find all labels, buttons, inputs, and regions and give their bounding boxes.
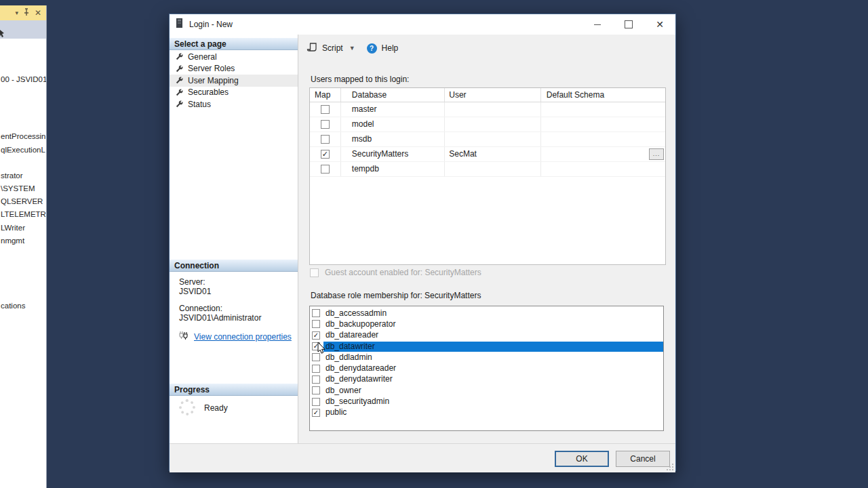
- role-label: db_accessadmin: [323, 308, 663, 319]
- cancel-button[interactable]: Cancel: [616, 451, 670, 467]
- desktop: ▾ ✕ 00 - JSVID01 entProcessinqlExecution…: [0, 0, 868, 488]
- background-text-fragment: LWriter: [1, 224, 47, 232]
- background-text-fragment: qlExecutionL: [1, 146, 47, 154]
- database-cell: master: [341, 102, 445, 117]
- default-schema-cell: [541, 162, 665, 176]
- map-cell: [310, 147, 341, 161]
- role-item-db_securityadmin[interactable]: db_securityadmin: [310, 396, 663, 407]
- column-header-database[interactable]: Database: [341, 88, 445, 102]
- dialog-sidebar: Select a page GeneralServer RolesUser Ma…: [170, 35, 298, 443]
- resize-grip[interactable]: [667, 464, 673, 470]
- server-value: JSVID01: [179, 287, 211, 296]
- role-item-db_datareader[interactable]: db_datareader: [310, 330, 663, 341]
- dialog-title: Login - New: [189, 20, 233, 29]
- connection-value: JSVID01\Administrator: [179, 313, 261, 323]
- background-text-fragment: entProcessin: [1, 132, 47, 140]
- sidebar-item-securables[interactable]: Securables: [170, 87, 298, 99]
- role-label: db_owner: [323, 386, 663, 396]
- server-icon: [176, 18, 183, 30]
- role-label: db_ddladmin: [323, 352, 663, 363]
- select-page-list: GeneralServer RolesUser MappingSecurable…: [170, 51, 298, 110]
- column-header-default-schema[interactable]: Default Schema: [541, 88, 665, 102]
- column-header-map[interactable]: Map: [310, 88, 341, 102]
- help-icon[interactable]: ?: [367, 43, 377, 54]
- script-dropdown-icon[interactable]: ▼: [349, 45, 355, 52]
- role-checkbox[interactable]: [312, 331, 320, 340]
- map-checkbox[interactable]: [321, 135, 330, 144]
- user-cell: [445, 102, 540, 117]
- role-checkbox[interactable]: [312, 409, 320, 417]
- partial-toolbar-icon: [0, 28, 6, 35]
- user-cell: [445, 162, 540, 176]
- chevron-down-icon[interactable]: ▾: [15, 10, 18, 16]
- map-checkbox[interactable]: [321, 105, 330, 114]
- mouse-cursor: [317, 342, 326, 357]
- sidebar-item-server-roles[interactable]: Server Roles: [170, 63, 298, 75]
- pin-icon[interactable]: [23, 7, 30, 19]
- table-row[interactable]: model: [310, 117, 665, 132]
- progress-status: Ready: [204, 403, 228, 413]
- role-item-db_denydatareader[interactable]: db_denydatareader: [310, 363, 663, 373]
- role-item-db_owner[interactable]: db_owner: [310, 385, 663, 396]
- sidebar-item-status[interactable]: Status: [170, 98, 298, 110]
- close-button[interactable]: ✕: [644, 14, 675, 35]
- role-checkbox[interactable]: [312, 365, 320, 373]
- dialog-footer: OK Cancel: [170, 443, 675, 472]
- maximize-button[interactable]: [613, 14, 644, 35]
- role-item-public[interactable]: public: [310, 407, 663, 418]
- background-window-panel: ▾ ✕ 00 - JSVID01 entProcessinqlExecution…: [0, 5, 47, 488]
- sidebar-item-user-mapping[interactable]: User Mapping: [170, 75, 298, 87]
- close-icon[interactable]: ✕: [35, 9, 41, 17]
- sidebar-item-label: User Mapping: [188, 76, 239, 85]
- role-item-db_ddladmin[interactable]: db_ddladmin: [310, 352, 663, 363]
- role-item-db_denydatawriter[interactable]: db_denydatawriter: [310, 374, 663, 385]
- users-mapped-label: Users mapped to this login:: [311, 75, 409, 84]
- background-text-fragment: \SYSTEM: [1, 184, 47, 192]
- map-checkbox[interactable]: [321, 120, 330, 129]
- background-text-fragment: cations: [1, 302, 47, 310]
- role-item-db_backupoperator[interactable]: db_backupoperator: [310, 319, 663, 329]
- table-row[interactable]: msdb: [310, 132, 665, 147]
- role-checkbox[interactable]: [312, 386, 320, 394]
- minimize-button[interactable]: [582, 14, 613, 35]
- wrench-icon: [176, 100, 183, 108]
- sidebar-item-label: Securables: [188, 87, 229, 97]
- default-schema-cell: [541, 117, 665, 131]
- role-item-db_datawriter[interactable]: db_datawriter: [310, 341, 663, 352]
- role-label: db_denydatareader: [323, 363, 663, 373]
- view-connection-properties-link[interactable]: View connection properties: [194, 332, 292, 342]
- progress-spinner-icon: [179, 399, 195, 415]
- default-schema-cell: [541, 102, 665, 117]
- role-checkbox[interactable]: [312, 320, 320, 328]
- map-checkbox[interactable]: [321, 165, 330, 174]
- role-label: db_backupoperator: [323, 319, 663, 329]
- server-tree-item[interactable]: 00 - JSVID01: [1, 75, 47, 83]
- column-header-user[interactable]: User: [445, 88, 540, 102]
- ok-button[interactable]: OK: [555, 451, 609, 467]
- database-cell: msdb: [341, 132, 445, 146]
- map-checkbox[interactable]: [321, 150, 330, 159]
- wrench-icon: [176, 89, 183, 96]
- role-membership-list: db_accessadmindb_backupoperatordb_datare…: [309, 306, 664, 431]
- role-checkbox[interactable]: [312, 398, 320, 406]
- user-mapping-table-body: mastermodelmsdbSecurityMattersSecMat...t…: [310, 102, 665, 177]
- table-row[interactable]: master: [310, 102, 665, 117]
- background-text-fragment: nmgmt: [1, 237, 47, 245]
- dialog-titlebar: Login - New ✕: [170, 14, 675, 35]
- database-cell: SecurityMatters: [341, 147, 445, 161]
- window-controls: ✕: [582, 14, 675, 35]
- map-cell: [310, 162, 341, 176]
- default-schema-ellipsis-button[interactable]: ...: [649, 148, 664, 160]
- script-button[interactable]: Script: [322, 43, 343, 53]
- role-checkbox[interactable]: [312, 375, 320, 384]
- role-checkbox[interactable]: [312, 309, 320, 317]
- database-cell: tempdb: [341, 162, 445, 176]
- table-row[interactable]: SecurityMattersSecMat...: [310, 147, 665, 162]
- guest-account-row: Guest account enabled for: SecurityMatte…: [310, 268, 481, 277]
- map-cell: [310, 132, 341, 146]
- help-button[interactable]: Help: [382, 43, 399, 53]
- map-cell: [310, 102, 341, 117]
- role-item-db_accessadmin[interactable]: db_accessadmin: [310, 308, 663, 319]
- sidebar-item-general[interactable]: General: [170, 51, 298, 63]
- table-row[interactable]: tempdb: [310, 162, 665, 177]
